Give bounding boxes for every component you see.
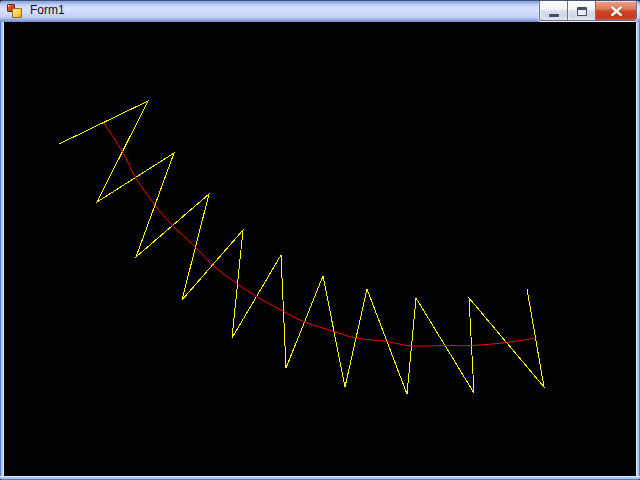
close-button[interactable] — [596, 1, 636, 20]
maximize-button[interactable] — [568, 1, 596, 20]
maximize-icon — [577, 7, 587, 16]
window-border-bottom[interactable] — [0, 476, 640, 480]
form-app-icon-front-square — [12, 8, 22, 18]
minimize-button[interactable] — [540, 1, 568, 20]
drawing-canvas — [4, 22, 636, 476]
window-buttons-group — [539, 1, 637, 21]
close-icon — [610, 6, 623, 17]
client-area — [4, 22, 636, 476]
window-border-right[interactable] — [636, 22, 640, 476]
window-title: Form1 — [30, 0, 65, 22]
form-app-icon[interactable] — [7, 3, 23, 19]
titlebar[interactable]: Form1 — [0, 0, 640, 22]
yellow-zigzag-polyline — [59, 101, 544, 394]
minimize-icon — [549, 14, 559, 17]
app-window: Form1 — [0, 0, 640, 480]
